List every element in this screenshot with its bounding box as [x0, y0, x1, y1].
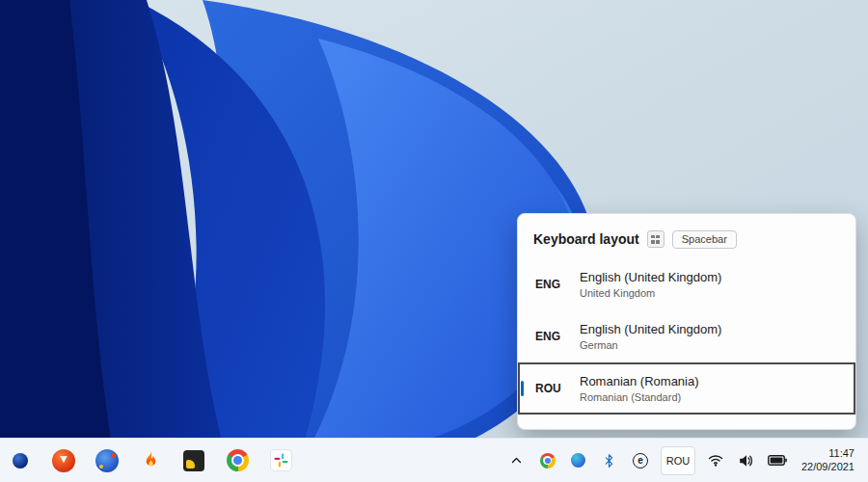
chrome-icon — [540, 453, 556, 469]
taskbar-app-1[interactable] — [8, 442, 33, 479]
selection-accent-bar — [521, 381, 524, 396]
slack-icon — [270, 449, 292, 471]
layout-code: ENG — [535, 330, 580, 343]
layout-title: English (United Kingdom) — [580, 322, 721, 336]
layout-subtitle: German — [580, 339, 721, 351]
tray-app-button[interactable] — [568, 445, 589, 476]
clock-time: 11:47 — [828, 447, 854, 461]
layout-code: ROU — [535, 382, 580, 395]
chrome-icon — [227, 449, 249, 471]
layout-code: ENG — [535, 278, 580, 291]
chevron-up-icon — [511, 457, 522, 464]
bluetooth-icon — [604, 453, 614, 469]
battery-icon — [768, 455, 787, 466]
taskbar: e ROU — [0, 438, 868, 482]
tray-chrome-button[interactable] — [537, 445, 558, 476]
taskbar-app-slack[interactable] — [268, 442, 293, 479]
volume-button[interactable] — [736, 445, 757, 476]
taskbar-app-4[interactable] — [138, 442, 163, 479]
layout-title: Romanian (Romania) — [580, 374, 699, 388]
e-app-button[interactable]: e — [630, 445, 651, 476]
layout-list: ENG English (United Kingdom) United King… — [518, 258, 855, 415]
wifi-button[interactable] — [705, 445, 726, 476]
clock-date: 22/09/2021 — [801, 461, 854, 474]
spacebar-key-badge: Spacebar — [672, 230, 737, 249]
layout-subtitle: United Kingdom — [580, 287, 721, 299]
battery-button[interactable] — [767, 445, 788, 476]
keyboard-layout-flyout: Keyboard layout Spacebar ENG English (Un… — [517, 213, 856, 430]
taskbar-app-5[interactable] — [181, 442, 206, 479]
tray-overflow-button[interactable] — [506, 445, 528, 476]
wifi-icon — [708, 454, 723, 467]
layout-option-romanian[interactable]: ROU Romanian (Romania) Romanian (Standar… — [518, 362, 855, 415]
sphere-app-icon — [13, 453, 28, 469]
bluetooth-button[interactable] — [599, 445, 620, 476]
windows-key-icon — [647, 230, 665, 248]
globe-app-icon — [95, 449, 119, 472]
taskbar-apps — [8, 439, 293, 482]
layout-subtitle: Romanian (Standard) — [580, 391, 699, 403]
layout-title: English (United Kingdom) — [580, 270, 721, 284]
flyout-header: Keyboard layout Spacebar — [518, 228, 855, 251]
taskbar-app-chrome[interactable] — [225, 442, 250, 479]
layout-option-eng-german[interactable]: ENG English (United Kingdom) German — [518, 310, 855, 362]
taskbar-app-3[interactable] — [95, 442, 120, 479]
system-tray: e ROU — [506, 439, 858, 482]
brave-icon — [52, 449, 75, 472]
desktop: Keyboard layout Spacebar ENG English (Un… — [0, 0, 868, 482]
flyout-title: Keyboard layout — [533, 231, 639, 247]
flame-icon — [140, 449, 162, 471]
layout-option-eng-uk[interactable]: ENG English (United Kingdom) United King… — [518, 258, 855, 310]
taskbar-app-2[interactable] — [51, 442, 76, 479]
dark-app-icon — [183, 450, 204, 471]
tray-app-icon — [571, 453, 585, 468]
volume-icon — [739, 454, 753, 468]
language-indicator[interactable]: ROU — [661, 446, 695, 475]
e-letter-icon: e — [633, 453, 648, 469]
clock[interactable]: 11:47 22/09/2021 — [798, 442, 858, 479]
